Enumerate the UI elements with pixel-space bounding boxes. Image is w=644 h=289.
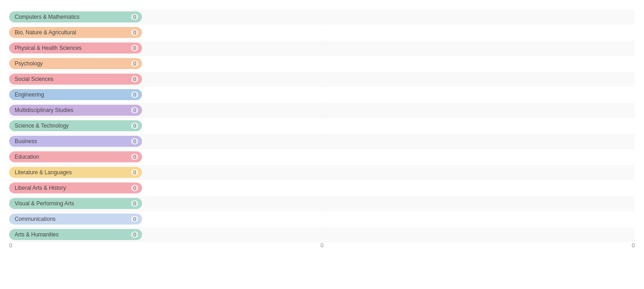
bar-row: Psychology0 bbox=[9, 56, 635, 71]
bar-row: Arts & Humanities0 bbox=[9, 227, 635, 242]
bar-wrapper: Liberal Arts & History0 bbox=[9, 181, 635, 195]
bar-label: Visual & Performing Arts bbox=[15, 200, 74, 207]
bar-row: Literature & Languages0 bbox=[9, 165, 635, 180]
bar-value: 0 bbox=[131, 231, 138, 238]
bar-label: Liberal Arts & History bbox=[15, 185, 66, 191]
bar-value: 0 bbox=[131, 123, 138, 129]
bars-section: Computers & Mathematics0Bio, Nature & Ag… bbox=[9, 9, 635, 256]
bar-pill: Visual & Performing Arts0 bbox=[9, 198, 142, 209]
bar-wrapper: Psychology0 bbox=[9, 57, 635, 70]
bar-pill: Multidisciplinary Studies0 bbox=[9, 105, 142, 116]
bar-wrapper: Social Sciences0 bbox=[9, 72, 635, 86]
bar-wrapper: Visual & Performing Arts0 bbox=[9, 197, 635, 210]
bar-pill: Social Sciences0 bbox=[9, 74, 142, 85]
bar-pill: Arts & Humanities0 bbox=[9, 229, 142, 240]
bar-value: 0 bbox=[131, 14, 138, 20]
bar-pill: Literature & Languages0 bbox=[9, 167, 142, 178]
bar-value: 0 bbox=[131, 154, 138, 160]
bar-value: 0 bbox=[131, 169, 138, 176]
bar-row: Communications0 bbox=[9, 212, 635, 227]
bar-label: Communications bbox=[15, 216, 55, 222]
bar-value: 0 bbox=[131, 60, 138, 67]
bar-value: 0 bbox=[131, 185, 138, 191]
bar-pill: Psychology0 bbox=[9, 58, 142, 69]
bar-value: 0 bbox=[131, 76, 138, 82]
bar-value: 0 bbox=[131, 91, 138, 98]
bar-wrapper: Education0 bbox=[9, 150, 635, 164]
bar-label: Engineering bbox=[15, 91, 44, 98]
bar-row: Education0 bbox=[9, 150, 635, 165]
bar-wrapper: Science & Technology0 bbox=[9, 119, 635, 133]
bar-wrapper: Multidisciplinary Studies0 bbox=[9, 103, 635, 117]
bar-label: Arts & Humanities bbox=[15, 231, 59, 238]
rows-container: Computers & Mathematics0Bio, Nature & Ag… bbox=[9, 9, 635, 256]
bar-pill: Communications0 bbox=[9, 214, 142, 225]
bar-wrapper: Business0 bbox=[9, 134, 635, 148]
bar-wrapper: Computers & Mathematics0 bbox=[9, 10, 635, 24]
bar-label: Psychology bbox=[15, 60, 43, 67]
bar-pill: Science & Technology0 bbox=[9, 120, 142, 131]
bar-pill: Physical & Health Sciences0 bbox=[9, 43, 142, 54]
bar-wrapper: Bio, Nature & Agricultural0 bbox=[9, 26, 635, 39]
bar-pill: Bio, Nature & Agricultural0 bbox=[9, 27, 142, 38]
bar-row: Science & Technology0 bbox=[9, 118, 635, 134]
bar-row: Social Sciences0 bbox=[9, 72, 635, 87]
bar-pill: Liberal Arts & History0 bbox=[9, 182, 142, 193]
bar-row: Liberal Arts & History0 bbox=[9, 181, 635, 196]
bar-row: Physical & Health Sciences0 bbox=[9, 41, 635, 56]
bar-row: Visual & Performing Arts0 bbox=[9, 196, 635, 211]
bar-pill: Education0 bbox=[9, 151, 142, 162]
bar-row: Bio, Nature & Agricultural0 bbox=[9, 25, 635, 40]
bar-wrapper: Engineering0 bbox=[9, 88, 635, 102]
bar-label: Computers & Mathematics bbox=[15, 14, 79, 20]
x-axis: 0 0 0 bbox=[9, 242, 635, 256]
chart-container: Computers & Mathematics0Bio, Nature & Ag… bbox=[0, 0, 644, 289]
bar-value: 0 bbox=[131, 45, 138, 51]
x-label-1: 0 bbox=[9, 242, 12, 256]
bar-label: Social Sciences bbox=[15, 76, 54, 82]
bar-label: Multidisciplinary Studies bbox=[15, 107, 73, 113]
bar-value: 0 bbox=[131, 216, 138, 222]
x-label-3: 0 bbox=[632, 242, 635, 256]
bar-label: Business bbox=[15, 138, 37, 144]
bar-value: 0 bbox=[131, 29, 138, 36]
bar-wrapper: Arts & Humanities0 bbox=[9, 228, 635, 241]
bar-label: Physical & Health Sciences bbox=[15, 45, 82, 51]
bar-value: 0 bbox=[131, 107, 138, 113]
bar-wrapper: Communications0 bbox=[9, 212, 635, 226]
bar-value: 0 bbox=[131, 200, 138, 207]
bar-label: Science & Technology bbox=[15, 123, 69, 129]
bar-label: Literature & Languages bbox=[15, 169, 72, 176]
bar-row: Multidisciplinary Studies0 bbox=[9, 103, 635, 118]
bar-pill: Engineering0 bbox=[9, 89, 142, 100]
bar-row: Engineering0 bbox=[9, 87, 635, 102]
bar-row: Business0 bbox=[9, 134, 635, 149]
chart-area: Computers & Mathematics0Bio, Nature & Ag… bbox=[9, 9, 635, 256]
bar-label: Bio, Nature & Agricultural bbox=[15, 29, 76, 36]
bar-pill: Business0 bbox=[9, 136, 142, 147]
bar-row: Computers & Mathematics0 bbox=[9, 10, 635, 25]
x-label-2: 0 bbox=[321, 242, 324, 256]
bar-value: 0 bbox=[131, 138, 138, 144]
bar-wrapper: Physical & Health Sciences0 bbox=[9, 41, 635, 55]
bar-wrapper: Literature & Languages0 bbox=[9, 166, 635, 179]
bar-label: Education bbox=[15, 154, 39, 160]
bar-pill: Computers & Mathematics0 bbox=[9, 11, 142, 22]
